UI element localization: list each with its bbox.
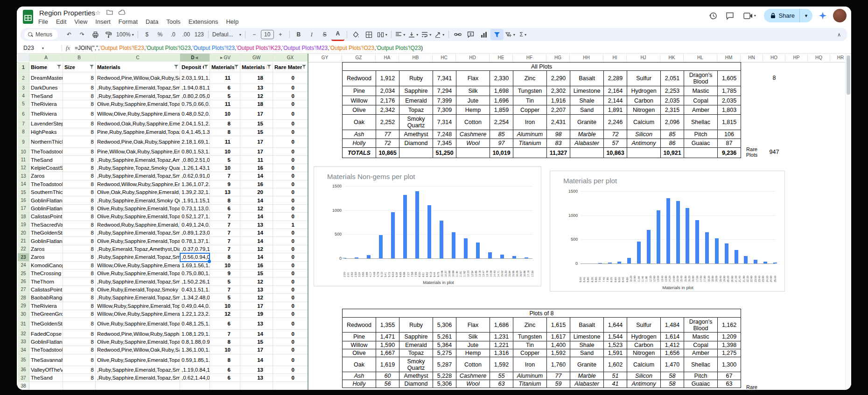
cell[interactable]: 8 — [63, 136, 96, 148]
cell[interactable]: 0.49,1.24,0.76 — [180, 221, 210, 229]
column-header-HK[interactable]: HK — [660, 54, 684, 62]
cell[interactable]: 0 — [273, 72, 308, 84]
cell[interactable]: 0 — [273, 374, 308, 382]
table-cell[interactable]: 5,228 — [433, 372, 456, 380]
table-cell[interactable]: 1,698 — [490, 86, 513, 96]
cell[interactable]: 0.43,1.51,1.04 — [180, 286, 210, 294]
cell[interactable]: Zaros — [29, 172, 63, 180]
table-cell[interactable]: Tungsten — [513, 86, 547, 96]
cell[interactable]: 1.36,1.07,2.06 — [180, 180, 210, 188]
cell[interactable]: Redwood,Pine,Willow,Oak,Ruby,Sapphire, — [96, 72, 180, 84]
cell[interactable]: 10 — [210, 262, 240, 270]
column-header-GW[interactable]: GW — [240, 54, 273, 62]
cell[interactable]: 1.22,1.23,2.43 — [180, 310, 210, 318]
cell[interactable]: 14 — [240, 237, 273, 245]
cell[interactable]: 8 — [63, 262, 96, 270]
table-cell[interactable]: Redwood — [343, 318, 376, 333]
table-cell[interactable]: 1,412 — [661, 341, 684, 349]
cell[interactable]: 0 — [273, 302, 308, 310]
insert-link-button[interactable] — [451, 29, 464, 40]
table-cell[interactable]: Hemp — [456, 105, 490, 115]
table-cell[interactable]: 7,294 — [433, 86, 456, 96]
table-cell[interactable]: 2,342 — [376, 105, 399, 115]
cell[interactable]: 8 — [63, 100, 96, 108]
cell[interactable]: 13 — [240, 221, 273, 229]
functions-button[interactable]: Σ▾ — [517, 29, 530, 40]
table-cell[interactable]: 1,209 — [718, 333, 741, 341]
column-header-GY[interactable]: GY — [308, 54, 342, 62]
table-cell[interactable]: 1,686 — [490, 318, 513, 333]
table-cell[interactable]: 11,327 — [547, 148, 570, 158]
cell[interactable]: Willow,Olive,Ruby,Sapphire,Emerald,Topa — [96, 310, 180, 318]
cell[interactable]: ,Ruby,Sapphire,Emerald,Smoky Quartz,An — [96, 196, 180, 204]
table-cell[interactable]: Tin — [513, 96, 547, 105]
paint-format-button[interactable] — [102, 29, 115, 40]
column-header-HC[interactable]: HC — [433, 54, 456, 62]
table-cell[interactable]: 5,287 — [433, 357, 456, 372]
table-cell[interactable]: 2,253 — [661, 86, 684, 96]
cell[interactable]: 5 — [210, 156, 240, 164]
cell[interactable]: 14 — [240, 172, 273, 180]
cell[interactable]: Pine,Willow,Oak,Ruby,Sapphire,Emerald,T — [96, 148, 180, 156]
cell[interactable]: CalistasPoint — [29, 286, 63, 294]
header-cell-deposit-q[interactable]: Deposit Q — [180, 62, 210, 72]
table-cell[interactable]: 2,246 — [604, 115, 627, 130]
cell[interactable]: 0 — [273, 253, 308, 261]
cell[interactable]: 8 — [63, 237, 96, 245]
cell[interactable]: ,Ruby,Sapphire,Emerald,Topaz,Smoky Qu — [96, 92, 180, 100]
table-cell[interactable]: Tin — [513, 341, 547, 349]
cell[interactable]: ValleyOfTheVoid — [29, 366, 63, 374]
table-cell[interactable]: Silk — [456, 86, 490, 96]
menu-format[interactable]: Format — [119, 18, 138, 25]
table-cell[interactable]: Guaiac — [684, 380, 718, 388]
column-header-HB[interactable]: HB — [399, 54, 433, 62]
filter-funnel-icon[interactable] — [204, 65, 208, 69]
header-cell-biome[interactable]: Biome — [29, 62, 63, 72]
name-box[interactable]: D23▾ — [17, 45, 58, 51]
table-cell[interactable]: 77 — [547, 372, 570, 380]
table-cell[interactable]: TOTALS — [343, 148, 376, 158]
vertical-align-button[interactable]: ▾ — [407, 29, 420, 40]
cloud-status-icon[interactable] — [119, 9, 126, 16]
font-select[interactable]: Defaul...▾ — [211, 29, 243, 40]
cell[interactable]: Olive,Ruby,Sapphire,Emerald,Topaz,Smok — [96, 213, 180, 221]
cell[interactable]: 8 — [63, 92, 96, 100]
menu-insert[interactable]: Insert — [95, 18, 111, 25]
cell[interactable]: 8 — [63, 213, 96, 221]
cell[interactable]: Olive,Ruby,Sapphire,Emerald,Topaz,Smok — [96, 100, 180, 108]
cell[interactable]: 8 — [63, 172, 96, 180]
cell[interactable] — [96, 382, 180, 390]
table-cell[interactable]: 5,306 — [433, 318, 456, 333]
cell[interactable] — [240, 382, 273, 390]
cell[interactable]: 0 — [273, 205, 308, 213]
filter-funnel-icon[interactable] — [302, 65, 306, 69]
table-cell[interactable]: Hydrogen — [627, 333, 661, 341]
table-cell[interactable]: 1,859 — [490, 105, 513, 115]
cell[interactable]: 15 — [240, 270, 273, 277]
table-cell[interactable]: 85 — [661, 130, 684, 139]
cell[interactable]: 2.04,1.51,2.10 — [180, 120, 210, 128]
cell[interactable]: TheToadstools — [29, 346, 63, 354]
table-cell[interactable]: 106 — [718, 130, 741, 139]
cell[interactable]: 8 — [63, 164, 96, 172]
column-header-HM[interactable]: HM — [717, 54, 741, 62]
column-header-HH[interactable]: HH — [570, 54, 603, 62]
row-header-35[interactable]: 35 — [18, 354, 29, 366]
cell[interactable]: 0 — [273, 84, 308, 92]
cell[interactable]: 13 — [240, 374, 273, 382]
table-cell[interactable]: Silicon — [627, 372, 661, 380]
table-cell[interactable]: 7,309 — [433, 105, 456, 115]
table-cell[interactable]: Flax — [456, 318, 490, 333]
cell[interactable]: 7 — [210, 213, 240, 221]
rare-plots-label-cell[interactable]: Rare Plots — [741, 146, 763, 159]
table-cell[interactable]: Silk — [456, 333, 490, 341]
table-cell[interactable]: Cashmere — [456, 372, 490, 380]
cell[interactable]: 19 — [240, 310, 273, 318]
cell-ho2[interactable]: 8 — [763, 72, 785, 84]
filter-funnel-icon[interactable] — [234, 65, 238, 69]
table-cell[interactable]: 59 — [547, 380, 570, 388]
table-cell[interactable]: Iron — [513, 357, 547, 372]
table-cell[interactable]: 58 — [661, 372, 684, 380]
cell[interactable]: ,Ruby,Sapphire,Emerald,Topaz,Smoky Qu — [96, 253, 180, 261]
cell[interactable]: 8 — [63, 253, 96, 261]
